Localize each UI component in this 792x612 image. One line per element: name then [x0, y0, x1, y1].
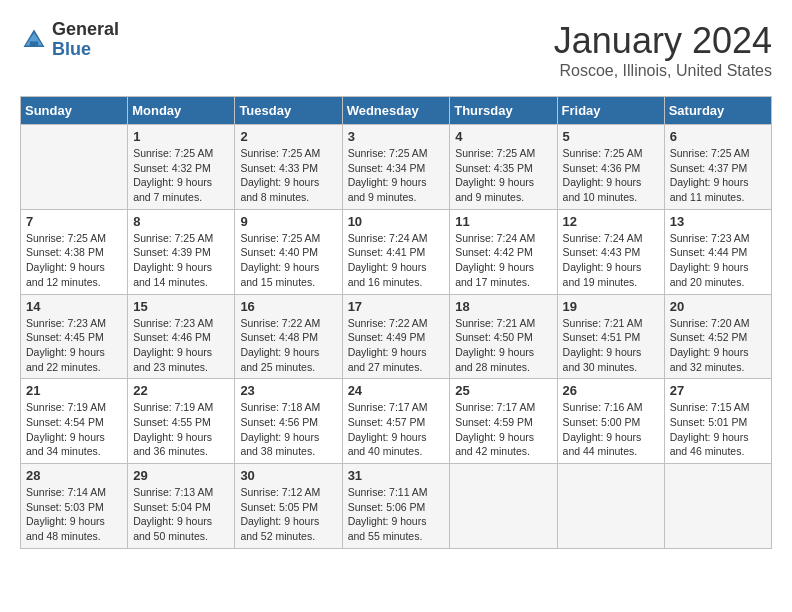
- day-cell-w5-d6: [557, 464, 664, 549]
- day-cell-w4-d3: 23 Sunrise: 7:18 AMSunset: 4:56 PMDaylig…: [235, 379, 342, 464]
- day-number: 13: [670, 214, 766, 229]
- day-info: Sunrise: 7:11 AMSunset: 5:06 PMDaylight:…: [348, 485, 445, 544]
- day-info: Sunrise: 7:18 AMSunset: 4:56 PMDaylight:…: [240, 400, 336, 459]
- day-number: 20: [670, 299, 766, 314]
- day-info: Sunrise: 7:19 AMSunset: 4:54 PMDaylight:…: [26, 400, 122, 459]
- day-cell-w4-d2: 22 Sunrise: 7:19 AMSunset: 4:55 PMDaylig…: [128, 379, 235, 464]
- day-number: 30: [240, 468, 336, 483]
- day-info: Sunrise: 7:15 AMSunset: 5:01 PMDaylight:…: [670, 400, 766, 459]
- day-cell-w5-d7: [664, 464, 771, 549]
- day-info: Sunrise: 7:20 AMSunset: 4:52 PMDaylight:…: [670, 316, 766, 375]
- day-number: 28: [26, 468, 122, 483]
- day-info: Sunrise: 7:21 AMSunset: 4:51 PMDaylight:…: [563, 316, 659, 375]
- day-cell-w1-d2: 1 Sunrise: 7:25 AMSunset: 4:32 PMDayligh…: [128, 125, 235, 210]
- week-row-1: 1 Sunrise: 7:25 AMSunset: 4:32 PMDayligh…: [21, 125, 772, 210]
- calendar-table: Sunday Monday Tuesday Wednesday Thursday…: [20, 96, 772, 549]
- day-cell-w1-d6: 5 Sunrise: 7:25 AMSunset: 4:36 PMDayligh…: [557, 125, 664, 210]
- header-sunday: Sunday: [21, 97, 128, 125]
- day-cell-w3-d5: 18 Sunrise: 7:21 AMSunset: 4:50 PMDaylig…: [450, 294, 557, 379]
- day-cell-w5-d4: 31 Sunrise: 7:11 AMSunset: 5:06 PMDaylig…: [342, 464, 450, 549]
- day-info: Sunrise: 7:19 AMSunset: 4:55 PMDaylight:…: [133, 400, 229, 459]
- header-monday: Monday: [128, 97, 235, 125]
- day-info: Sunrise: 7:24 AMSunset: 4:43 PMDaylight:…: [563, 231, 659, 290]
- day-cell-w2-d6: 12 Sunrise: 7:24 AMSunset: 4:43 PMDaylig…: [557, 209, 664, 294]
- day-cell-w2-d7: 13 Sunrise: 7:23 AMSunset: 4:44 PMDaylig…: [664, 209, 771, 294]
- header-saturday: Saturday: [664, 97, 771, 125]
- calendar-body: 1 Sunrise: 7:25 AMSunset: 4:32 PMDayligh…: [21, 125, 772, 549]
- day-number: 23: [240, 383, 336, 398]
- day-info: Sunrise: 7:23 AMSunset: 4:45 PMDaylight:…: [26, 316, 122, 375]
- day-info: Sunrise: 7:13 AMSunset: 5:04 PMDaylight:…: [133, 485, 229, 544]
- day-number: 25: [455, 383, 551, 398]
- day-info: Sunrise: 7:25 AMSunset: 4:37 PMDaylight:…: [670, 146, 766, 205]
- day-cell-w5-d2: 29 Sunrise: 7:13 AMSunset: 5:04 PMDaylig…: [128, 464, 235, 549]
- logo-blue-text: Blue: [52, 40, 119, 60]
- day-number: 22: [133, 383, 229, 398]
- day-info: Sunrise: 7:25 AMSunset: 4:32 PMDaylight:…: [133, 146, 229, 205]
- month-title: January 2024: [554, 20, 772, 62]
- day-info: Sunrise: 7:21 AMSunset: 4:50 PMDaylight:…: [455, 316, 551, 375]
- header-wednesday: Wednesday: [342, 97, 450, 125]
- day-number: 21: [26, 383, 122, 398]
- day-info: Sunrise: 7:17 AMSunset: 4:57 PMDaylight:…: [348, 400, 445, 459]
- location-text: Roscoe, Illinois, United States: [554, 62, 772, 80]
- day-info: Sunrise: 7:23 AMSunset: 4:46 PMDaylight:…: [133, 316, 229, 375]
- day-cell-w4-d5: 25 Sunrise: 7:17 AMSunset: 4:59 PMDaylig…: [450, 379, 557, 464]
- day-cell-w1-d5: 4 Sunrise: 7:25 AMSunset: 4:35 PMDayligh…: [450, 125, 557, 210]
- day-cell-w4-d4: 24 Sunrise: 7:17 AMSunset: 4:57 PMDaylig…: [342, 379, 450, 464]
- day-number: 15: [133, 299, 229, 314]
- day-number: 18: [455, 299, 551, 314]
- day-cell-w4-d7: 27 Sunrise: 7:15 AMSunset: 5:01 PMDaylig…: [664, 379, 771, 464]
- day-number: 4: [455, 129, 551, 144]
- day-number: 6: [670, 129, 766, 144]
- day-cell-w4-d1: 21 Sunrise: 7:19 AMSunset: 4:54 PMDaylig…: [21, 379, 128, 464]
- day-info: Sunrise: 7:25 AMSunset: 4:40 PMDaylight:…: [240, 231, 336, 290]
- day-number: 8: [133, 214, 229, 229]
- day-info: Sunrise: 7:17 AMSunset: 4:59 PMDaylight:…: [455, 400, 551, 459]
- day-number: 24: [348, 383, 445, 398]
- day-number: 10: [348, 214, 445, 229]
- logo-text: General Blue: [52, 20, 119, 60]
- day-info: Sunrise: 7:24 AMSunset: 4:42 PMDaylight:…: [455, 231, 551, 290]
- header-friday: Friday: [557, 97, 664, 125]
- logo-icon: [20, 26, 48, 54]
- day-number: 9: [240, 214, 336, 229]
- day-number: 31: [348, 468, 445, 483]
- day-cell-w4-d6: 26 Sunrise: 7:16 AMSunset: 5:00 PMDaylig…: [557, 379, 664, 464]
- day-cell-w1-d7: 6 Sunrise: 7:25 AMSunset: 4:37 PMDayligh…: [664, 125, 771, 210]
- day-cell-w3-d7: 20 Sunrise: 7:20 AMSunset: 4:52 PMDaylig…: [664, 294, 771, 379]
- header-thursday: Thursday: [450, 97, 557, 125]
- logo-general-text: General: [52, 20, 119, 40]
- day-number: 19: [563, 299, 659, 314]
- day-info: Sunrise: 7:22 AMSunset: 4:48 PMDaylight:…: [240, 316, 336, 375]
- title-block: January 2024 Roscoe, Illinois, United St…: [554, 20, 772, 80]
- header-tuesday: Tuesday: [235, 97, 342, 125]
- day-number: 16: [240, 299, 336, 314]
- day-number: 2: [240, 129, 336, 144]
- day-info: Sunrise: 7:22 AMSunset: 4:49 PMDaylight:…: [348, 316, 445, 375]
- week-row-3: 14 Sunrise: 7:23 AMSunset: 4:45 PMDaylig…: [21, 294, 772, 379]
- day-cell-w2-d3: 9 Sunrise: 7:25 AMSunset: 4:40 PMDayligh…: [235, 209, 342, 294]
- day-cell-w2-d4: 10 Sunrise: 7:24 AMSunset: 4:41 PMDaylig…: [342, 209, 450, 294]
- day-cell-w5-d1: 28 Sunrise: 7:14 AMSunset: 5:03 PMDaylig…: [21, 464, 128, 549]
- day-info: Sunrise: 7:25 AMSunset: 4:39 PMDaylight:…: [133, 231, 229, 290]
- day-cell-w5-d5: [450, 464, 557, 549]
- day-cell-w1-d1: [21, 125, 128, 210]
- week-row-4: 21 Sunrise: 7:19 AMSunset: 4:54 PMDaylig…: [21, 379, 772, 464]
- day-info: Sunrise: 7:12 AMSunset: 5:05 PMDaylight:…: [240, 485, 336, 544]
- day-cell-w1-d4: 3 Sunrise: 7:25 AMSunset: 4:34 PMDayligh…: [342, 125, 450, 210]
- day-number: 29: [133, 468, 229, 483]
- calendar-header: Sunday Monday Tuesday Wednesday Thursday…: [21, 97, 772, 125]
- day-number: 27: [670, 383, 766, 398]
- day-info: Sunrise: 7:25 AMSunset: 4:33 PMDaylight:…: [240, 146, 336, 205]
- day-info: Sunrise: 7:25 AMSunset: 4:34 PMDaylight:…: [348, 146, 445, 205]
- day-info: Sunrise: 7:25 AMSunset: 4:36 PMDaylight:…: [563, 146, 659, 205]
- day-cell-w2-d1: 7 Sunrise: 7:25 AMSunset: 4:38 PMDayligh…: [21, 209, 128, 294]
- day-number: 11: [455, 214, 551, 229]
- day-info: Sunrise: 7:14 AMSunset: 5:03 PMDaylight:…: [26, 485, 122, 544]
- day-cell-w3-d6: 19 Sunrise: 7:21 AMSunset: 4:51 PMDaylig…: [557, 294, 664, 379]
- day-cell-w3-d3: 16 Sunrise: 7:22 AMSunset: 4:48 PMDaylig…: [235, 294, 342, 379]
- day-info: Sunrise: 7:23 AMSunset: 4:44 PMDaylight:…: [670, 231, 766, 290]
- day-headers-row: Sunday Monday Tuesday Wednesday Thursday…: [21, 97, 772, 125]
- day-cell-w1-d3: 2 Sunrise: 7:25 AMSunset: 4:33 PMDayligh…: [235, 125, 342, 210]
